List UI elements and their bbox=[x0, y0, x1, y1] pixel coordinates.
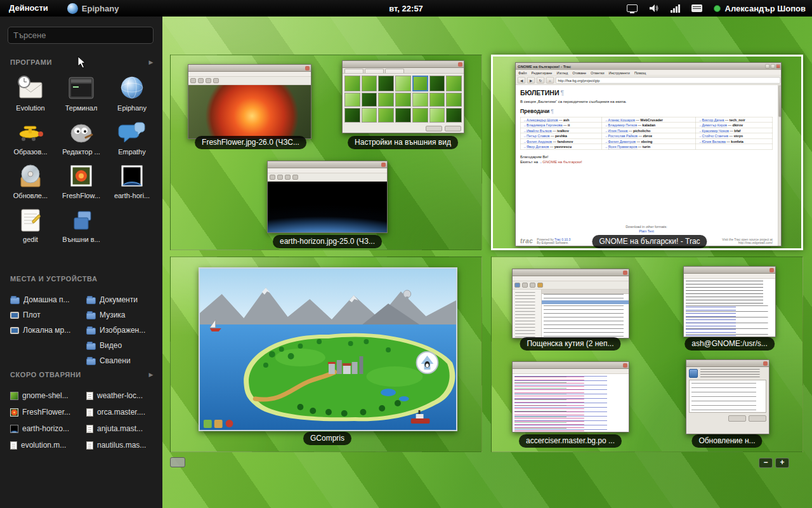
place-desktop[interactable]: Плот bbox=[10, 307, 81, 323]
menu-edit[interactable]: Редактиране bbox=[532, 70, 553, 74]
app-item-evolution[interactable]: Evolution bbox=[6, 74, 55, 112]
workspace-4[interactable]: Пощенска кутия (2 неп... ash@GNOME:/usr/… bbox=[491, 257, 803, 452]
translator-link[interactable]: Филип Андонов bbox=[527, 140, 552, 144]
window-appearance[interactable] bbox=[342, 60, 464, 133]
window-titlebar bbox=[686, 360, 769, 367]
window-trac-browser[interactable]: GNOME на български! - Trac Файл Редактир… bbox=[515, 62, 782, 246]
window-mail[interactable] bbox=[512, 269, 629, 338]
translator-link[interactable]: Филип Димитров bbox=[608, 140, 636, 144]
recent-item[interactable]: orca.master.... bbox=[86, 404, 157, 420]
translator-link[interactable]: Ростислав Райков bbox=[608, 134, 638, 138]
window-title-label: ash@GNOME:/usr/s... bbox=[684, 337, 775, 351]
volume-icon[interactable] bbox=[649, 4, 659, 13]
workspace-indicator[interactable] bbox=[170, 457, 185, 467]
app-item-freshflower[interactable]: FreshFlow... bbox=[56, 161, 106, 199]
recent-item[interactable]: evolution.m... bbox=[10, 437, 81, 453]
app-item-gimp[interactable]: Редактор ... bbox=[56, 117, 106, 156]
translator-link[interactable]: Александър Шопов bbox=[527, 118, 558, 123]
plain-text-link[interactable]: Plain Text bbox=[639, 229, 654, 233]
app-item-gedit[interactable]: gedit bbox=[6, 205, 55, 243]
place-documents[interactable]: Документи bbox=[86, 292, 157, 307]
recent-item[interactable]: weather-loc... bbox=[86, 387, 157, 404]
translator-link[interactable]: Димитър Киров bbox=[702, 123, 728, 128]
window-title-label: Обновление н... bbox=[691, 434, 762, 448]
back-button[interactable]: ◀ bbox=[518, 77, 525, 83]
window-earth-horizon[interactable] bbox=[267, 161, 388, 233]
home-folder-icon bbox=[10, 297, 20, 304]
recent-item[interactable]: anjuta.mast... bbox=[86, 420, 157, 437]
url-bar[interactable]: http://fsa-bg.org/project/gtp bbox=[556, 77, 780, 83]
app-item-empathy[interactable]: Empathy bbox=[107, 117, 157, 156]
reload-button[interactable]: ↻ bbox=[537, 77, 544, 83]
programs-expand-icon[interactable]: ▶ bbox=[148, 59, 154, 65]
home-button[interactable]: ⌂ bbox=[546, 77, 554, 83]
window-freshflower[interactable] bbox=[188, 64, 311, 139]
workspace-2-active[interactable]: GNOME на български! - Trac Файл Редактир… bbox=[491, 55, 803, 250]
app-item-updates[interactable]: Обновле... bbox=[6, 161, 55, 199]
menu-tools[interactable]: Инструменти bbox=[608, 70, 629, 74]
music-folder-icon bbox=[86, 312, 96, 319]
trac-page: БЮЛЕТИНИ¶ В секция „Бюлетини“ са периоди… bbox=[516, 85, 782, 246]
app-item-external-drives[interactable]: Външни в... bbox=[56, 205, 106, 243]
translator-link[interactable]: Красимир Чонов bbox=[702, 129, 729, 133]
keyboard-icon[interactable] bbox=[691, 4, 702, 12]
window-updates[interactable] bbox=[686, 359, 769, 434]
window-titlebar bbox=[268, 161, 387, 168]
translator-link[interactable]: Атанас Кошаров bbox=[608, 118, 635, 123]
remove-workspace-button[interactable]: − bbox=[759, 458, 773, 468]
place-downloads[interactable]: Свалени bbox=[86, 353, 157, 368]
clock[interactable]: вт, 22:57 bbox=[389, 4, 423, 13]
menu-help[interactable]: Помощ bbox=[634, 70, 646, 74]
window-menubar bbox=[268, 168, 387, 173]
translator-link[interactable]: Петър Славов bbox=[527, 134, 549, 138]
minimize-button[interactable] bbox=[766, 64, 770, 69]
activities-button[interactable]: Дейности bbox=[0, 0, 57, 17]
translator-link[interactable]: Явор Доганов bbox=[527, 145, 549, 149]
translator-link[interactable]: Владимир Петков bbox=[608, 123, 637, 128]
translator-link[interactable]: Илия Пенев bbox=[608, 129, 628, 133]
add-workspace-button[interactable]: + bbox=[775, 458, 789, 468]
search-input[interactable] bbox=[8, 27, 154, 44]
recent-item[interactable]: FreshFlower... bbox=[10, 404, 81, 420]
menu-bookmarks[interactable]: Отметки bbox=[591, 70, 604, 74]
menu-file[interactable]: Файл bbox=[518, 70, 527, 74]
maximize-button[interactable] bbox=[771, 64, 775, 69]
forward-button[interactable]: ▶ bbox=[527, 77, 535, 83]
window-title-label: earth-horizon.jpg-25.0 (ЧЗ... bbox=[273, 235, 382, 248]
recent-item[interactable]: nautilus.mas... bbox=[86, 437, 157, 453]
translator-link[interactable]: Стойчо Станчев bbox=[702, 134, 728, 138]
recent-item[interactable]: gnome-shel... bbox=[10, 387, 81, 404]
recent-expand-icon[interactable]: ▶ bbox=[148, 371, 154, 378]
display-icon[interactable] bbox=[627, 4, 638, 12]
translator-link[interactable]: Ивайло Вълков bbox=[527, 129, 552, 133]
window-po-editor[interactable] bbox=[512, 361, 629, 432]
app-item-gcompris[interactable]: Образов... bbox=[6, 117, 55, 156]
place-videos[interactable]: Видео bbox=[86, 338, 157, 353]
app-item-earth-horizon[interactable]: earth-hori... bbox=[107, 161, 157, 199]
translator-link[interactable]: Владимира Гиргинова bbox=[527, 123, 563, 128]
window-terminal[interactable] bbox=[683, 266, 776, 337]
network-signal-icon[interactable] bbox=[671, 4, 680, 13]
translator-link[interactable]: Юлия Велкова bbox=[702, 140, 726, 144]
workspace-1[interactable]: FreshFlower.jpg-26.0 (ЧЗС... Настройки н… bbox=[170, 55, 482, 250]
user-name: Александър Шопов bbox=[725, 4, 806, 13]
recent-item[interactable]: earth-horizo... bbox=[10, 420, 81, 437]
workspace-3[interactable]: GCompris bbox=[170, 257, 482, 452]
window-gcompris[interactable] bbox=[199, 267, 457, 431]
app-menu[interactable]: Epiphany bbox=[67, 3, 119, 14]
place-home[interactable]: Домашна п... bbox=[10, 292, 81, 307]
place-music[interactable]: Музика bbox=[86, 307, 157, 323]
app-item-epiphany[interactable]: Epiphany bbox=[107, 74, 157, 112]
close-button[interactable] bbox=[776, 64, 781, 69]
scrollbar[interactable] bbox=[778, 85, 782, 246]
place-network[interactable]: Локална мр... bbox=[10, 323, 81, 338]
translator-link[interactable]: Ясен Праматаров bbox=[608, 145, 638, 149]
menu-go[interactable]: Отиване bbox=[572, 70, 586, 74]
user-menu[interactable]: Александър Шопов bbox=[714, 4, 806, 13]
place-pictures[interactable]: Изображен... bbox=[86, 323, 157, 338]
app-item-terminal[interactable]: Терминал bbox=[56, 74, 106, 112]
team-link[interactable]: GNOME на български! bbox=[542, 160, 582, 164]
browser-titlebar: GNOME на български! - Trac bbox=[516, 63, 782, 70]
translator-link[interactable]: Виктор Дачев bbox=[702, 118, 724, 123]
menu-view[interactable]: Изглед bbox=[556, 70, 568, 74]
